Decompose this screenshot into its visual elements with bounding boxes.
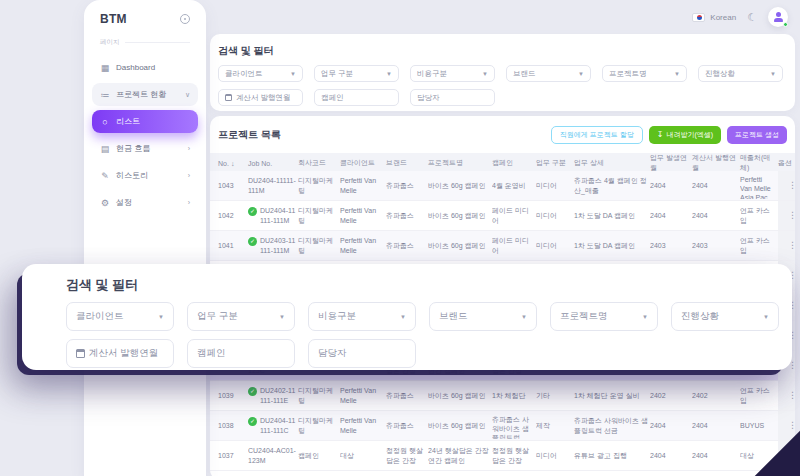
campaign-input[interactable]: 캠페인 <box>187 339 295 368</box>
clipboard-icon: ▤ <box>100 144 110 154</box>
language-switcher[interactable]: Korean <box>692 13 736 22</box>
cell-campaign: 청정원 햇살담은 간장 <box>492 443 534 467</box>
cell-work-month: 2403 <box>650 238 690 253</box>
invoice-month-input[interactable]: 계산서 발행연월 <box>66 339 174 368</box>
client-filter-dropdown[interactable]: 클라이언트▼ <box>66 302 174 331</box>
sidebar-collapse-icon[interactable] <box>180 14 190 24</box>
sort-descending-icon: ↓ <box>231 160 235 167</box>
table-row[interactable]: 1043DU2404-11111-111M디지털마케팅Perfetti Van … <box>210 171 795 201</box>
cell-work-detail: 유튜브 광고 집행 <box>574 448 648 463</box>
cell-no: 1037 <box>218 448 246 463</box>
cell-no: 1042 <box>218 208 246 223</box>
job-no-text: DU2403-11111-111M <box>260 236 296 254</box>
cell-invoice-month: 2403 <box>692 238 738 253</box>
sidebar-item-cash-flow[interactable]: ▤현금 흐름› <box>92 137 198 160</box>
job-no-text: DU2404-11111-111M <box>248 176 296 194</box>
chevron-right-icon: › <box>188 199 190 206</box>
manager-input[interactable]: 담당자 <box>308 339 416 368</box>
cell-job-no: ✓DU2402-11111-111E <box>248 383 296 407</box>
cell-brand: 츄파춥스 <box>386 388 426 403</box>
work-type-filter-dropdown[interactable]: 업무 구분▼ <box>314 65 399 82</box>
column-header-company: 회사코드 <box>298 158 338 168</box>
chevron-down-icon: ▼ <box>770 71 776 77</box>
sidebar-item-project-status[interactable]: ≔프로젝트 현황∨ <box>92 83 198 106</box>
project-name-filter-label: 프로젝트명 <box>560 310 608 323</box>
sidebar-item-label: 프로젝트 현황 <box>116 89 166 100</box>
table-row[interactable]: 1039✓DU2402-11111-111E디지털마케팅Perfetti Van… <box>210 381 795 411</box>
kebab-menu-icon[interactable]: ⋮ <box>788 390 795 402</box>
chevron-down-icon: ▼ <box>763 314 769 320</box>
search-filter-title: 검색 및 필터 <box>218 44 787 58</box>
overlay-title: 검색 및 필터 <box>66 276 792 294</box>
kebab-menu-icon[interactable]: ⋮ <box>788 240 795 252</box>
calendar-icon <box>76 349 85 358</box>
cell-client: Perfetti Van Melle <box>340 413 384 437</box>
column-header-no: No.↓ <box>218 160 246 167</box>
user-avatar[interactable] <box>768 7 788 27</box>
cell-work-detail: 츄파춥스 사워바이츠 샘플링트럭 선금 <box>574 413 648 437</box>
cost-type-filter-dropdown[interactable]: 비용구분▼ <box>410 65 495 82</box>
cell-options: ⋮ <box>778 201 795 230</box>
cell-no: 1038 <box>218 418 246 433</box>
sidebar-item-settings[interactable]: ⚙설정› <box>92 191 198 214</box>
project-list-title: 프로젝트 목록 <box>218 128 281 142</box>
korea-flag-icon <box>692 13 705 22</box>
table-row[interactable]: 1037CU2404-AC01-123M캠페인대상청정원 햇살담은 간장24년 … <box>210 441 795 471</box>
download-excel-button[interactable]: ↧내려받기(엑셀) <box>649 126 721 144</box>
campaign-placeholder: 캠페인 <box>197 347 226 360</box>
cell-work-type: 미디어 <box>536 208 572 223</box>
job-no-text: DU2402-11111-111E <box>260 386 296 404</box>
cell-client: 대상 <box>340 448 384 463</box>
manager-input[interactable]: 담당자 <box>410 89 495 106</box>
search-filter-overlay: 검색 및 필터 클라이언트▼업무 구분▼비용구분▼브랜드▼프로젝트명▼진행상황▼… <box>22 264 792 370</box>
cell-options: ⋮ <box>778 411 795 440</box>
cell-no: 1041 <box>218 238 246 253</box>
cost-type-filter-dropdown[interactable]: 비용구분▼ <box>308 302 416 331</box>
table-row[interactable]: 1041✓DU2403-11111-111M디지털마케팅Perfetti Van… <box>210 231 795 261</box>
cell-vendor: Perfetti Van Melle Asia Pac <box>740 172 776 199</box>
cell-no: 1043 <box>218 178 246 193</box>
create-project-button[interactable]: 프로젝트 생성 <box>727 126 787 144</box>
client-filter-dropdown[interactable]: 클라이언트▼ <box>218 65 303 82</box>
assign-project-label: 직원에게 프로젝트 할당 <box>560 130 634 140</box>
chevron-down-icon: ∨ <box>185 91 190 99</box>
sidebar-item-history[interactable]: ✎히스토리› <box>92 164 198 187</box>
brand-filter-dropdown[interactable]: 브랜드▼ <box>429 302 537 331</box>
grid-icon: ▦ <box>100 63 110 73</box>
status-filter-dropdown[interactable]: 진행상황▼ <box>698 65 783 82</box>
sidebar-item-list[interactable]: ○리스트 <box>92 110 198 133</box>
chevron-down-icon: ▼ <box>674 71 680 77</box>
table-row[interactable]: 1042✓DU2404-11111-111M디지털마케팅Perfetti Van… <box>210 201 795 231</box>
cell-brand: 청정원 햇살담은 간장 <box>386 443 426 467</box>
cost-type-filter-label: 비용구분 <box>417 69 447 79</box>
work-type-filter-dropdown[interactable]: 업무 구분▼ <box>187 302 295 331</box>
invoice-month-input[interactable]: 계산서 발행연월 <box>218 89 303 106</box>
cell-work-month: 2402 <box>650 388 690 403</box>
cell-project: 바이츠 60g 캠페인 <box>428 178 490 193</box>
column-header-options: 옵션 <box>778 158 795 168</box>
cell-work-type: 제작 <box>536 418 572 433</box>
table-row[interactable]: 1038✓DU2404-11111-111C디지털마케팅Perfetti Van… <box>210 411 795 441</box>
cell-invoice-month: 2404 <box>692 448 738 463</box>
client-filter-label: 클라이언트 <box>225 69 263 79</box>
work-type-filter-label: 업무 구분 <box>197 310 238 323</box>
project-name-filter-dropdown[interactable]: 프로젝트명▼ <box>550 302 658 331</box>
kebab-menu-icon[interactable]: ⋮ <box>788 210 795 222</box>
sidebar-item-dashboard[interactable]: ▦Dashboard <box>92 56 198 79</box>
cell-work-month: 2404 <box>650 418 690 433</box>
status-filter-dropdown[interactable]: 진행상황▼ <box>671 302 779 331</box>
person-icon <box>776 12 781 17</box>
invoice-month-placeholder: 계산서 발행연월 <box>89 347 158 360</box>
project-name-filter-dropdown[interactable]: 프로젝트명▼ <box>602 65 687 82</box>
cell-company: 디지털마케팅 <box>298 233 338 257</box>
assign-project-button[interactable]: 직원에게 프로젝트 할당 <box>551 126 643 144</box>
cell-work-month: 2404 <box>650 178 690 193</box>
cell-no: 1039 <box>218 388 246 403</box>
brand-filter-dropdown[interactable]: 브랜드▼ <box>506 65 591 82</box>
kebab-menu-icon[interactable]: ⋮ <box>788 420 795 432</box>
chevron-down-icon: ▼ <box>158 314 164 320</box>
dark-mode-icon[interactable]: ☾ <box>747 12 757 23</box>
kebab-menu-icon[interactable]: ⋮ <box>788 180 795 192</box>
campaign-input[interactable]: 캠페인 <box>314 89 399 106</box>
column-header-work_month: 업무 발생연월 <box>650 153 690 173</box>
